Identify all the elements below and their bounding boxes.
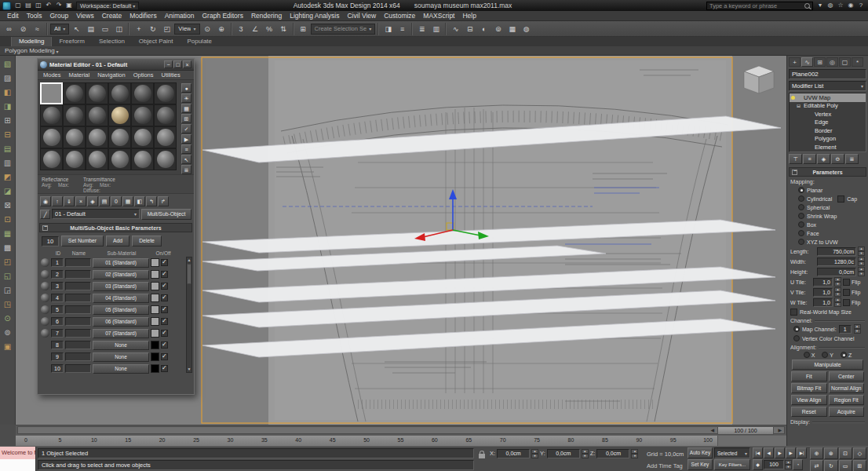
bind-to-space-warp-icon[interactable]: ≈ (31, 22, 44, 35)
cap-checkbox[interactable] (837, 195, 844, 203)
menu-item[interactable]: Help (458, 11, 480, 21)
sub-material-enable-checkbox[interactable] (161, 341, 168, 349)
polygon-modeling-panel[interactable]: Polygon Modeling (5, 47, 55, 54)
set-key-button[interactable]: Set Key (687, 459, 713, 470)
select-and-manipulate-icon[interactable]: ⊕ (215, 22, 228, 35)
next-frame-arrow-icon[interactable]: ▶ (778, 428, 782, 433)
select-and-scale-icon[interactable]: ◰ (160, 22, 173, 35)
search-box[interactable] (706, 2, 813, 10)
material-sample-slot[interactable] (154, 104, 177, 126)
graphite-ribbon-toggle-icon[interactable]: ▥ (429, 22, 443, 35)
new-scene-icon[interactable]: ▢ (13, 1, 23, 10)
backlight-icon[interactable]: ☀ (181, 93, 191, 103)
delete-button[interactable]: Delete (132, 236, 162, 246)
sub-material-name-field[interactable] (65, 364, 91, 373)
sub-material-button[interactable]: None (93, 364, 149, 374)
pin-stack-icon[interactable]: ⊤ (789, 154, 802, 164)
left-rail-icon[interactable]: ◧ (2, 86, 13, 98)
left-rail-icon[interactable]: ⊙ (2, 312, 13, 324)
left-rail-icon[interactable]: ▨ (2, 72, 13, 84)
axis-radio-option[interactable]: Z (841, 352, 852, 358)
menu-item[interactable]: Animation (161, 11, 199, 21)
sub-material-enable-checkbox[interactable] (161, 271, 168, 278)
sub-material-preview[interactable] (41, 329, 49, 338)
time-slider-track[interactable] (17, 426, 785, 434)
spinner-snap-icon[interactable]: ⇅ (277, 22, 290, 35)
menu-item[interactable]: Modifiers (126, 11, 160, 21)
flip-checkbox[interactable] (843, 299, 850, 306)
menu-item[interactable]: Rendering (247, 11, 286, 21)
save-file-icon[interactable]: ◫ (34, 1, 43, 10)
radio-icon[interactable] (798, 187, 804, 193)
select-and-link-icon[interactable]: ∞ (2, 22, 16, 35)
zoom-region-icon[interactable]: ▭ (839, 460, 852, 471)
show-map-in-viewport-icon[interactable]: ▦ (122, 196, 133, 206)
sub-material-enable-checkbox[interactable] (161, 259, 168, 266)
window-crossing-icon[interactable]: ◫ (112, 22, 126, 35)
sub-material-button[interactable]: 04 (Standard) (93, 294, 149, 303)
modifier-stack-item[interactable]: Polygon (790, 135, 866, 144)
sub-material-enable-checkbox[interactable] (161, 365, 168, 372)
maximize-icon[interactable]: □ (173, 60, 182, 68)
workspace-dropdown[interactable]: Workspace: Default (76, 2, 139, 10)
background-icon[interactable]: ▦ (181, 104, 191, 113)
time-slider[interactable]: ◀ 100 / 100 ▶ (16, 425, 786, 435)
sub-material-name-field[interactable] (65, 317, 91, 326)
maximize-viewport-toggle-icon[interactable]: ⊞ (853, 460, 866, 471)
left-rail-icon[interactable]: ⊞ (2, 115, 13, 126)
go-to-end-icon[interactable]: ▶| (797, 447, 807, 458)
alignment-button[interactable]: Reset (791, 407, 827, 417)
sub-material-name-field[interactable] (65, 258, 91, 267)
close-icon[interactable]: × (183, 60, 191, 68)
material-sample-slot[interactable] (86, 104, 108, 126)
mapping-option[interactable]: Box (798, 221, 865, 228)
display-tab-icon[interactable]: ▢ (839, 57, 851, 67)
scrollbar-thumb[interactable] (187, 264, 191, 284)
left-rail-icon[interactable]: ◳ (2, 298, 13, 310)
toolbar-button[interactable] (231, 23, 232, 35)
sub-material-enable-checkbox[interactable] (161, 330, 168, 337)
snaps-toggle-icon[interactable]: 3 (235, 22, 248, 35)
menu-item[interactable]: Group (46, 11, 73, 21)
sub-material-color-swatch[interactable] (151, 305, 159, 314)
open-file-icon[interactable]: ▤ (24, 1, 33, 10)
sub-material-color-swatch[interactable] (151, 294, 159, 302)
options-icon[interactable]: ≡ (181, 144, 191, 154)
sub-material-name-field[interactable] (65, 341, 91, 349)
material-editor-menu-item[interactable]: Options (129, 71, 158, 78)
menu-item[interactable]: Edit (3, 11, 23, 21)
material-id-channel-icon[interactable]: 0 (111, 196, 122, 206)
left-rail-icon[interactable]: ▦ (2, 228, 13, 239)
material-sample-slot[interactable] (86, 126, 108, 148)
ribbon-tab[interactable]: Modeling (11, 36, 52, 46)
alignment-button[interactable]: Fit (791, 371, 827, 382)
align-icon[interactable]: ≡ (396, 22, 409, 35)
ribbon-tab[interactable]: Populate (180, 37, 219, 46)
make-unique-icon[interactable]: ◈ (817, 154, 830, 164)
left-rail-icon[interactable]: ▣ (2, 341, 13, 352)
hierarchy-tab-icon[interactable]: ⊞ (814, 57, 826, 67)
alignment-button[interactable]: Bitmap Fit (791, 383, 827, 393)
orbit-icon[interactable]: ↻ (824, 460, 837, 471)
unlink-selection-icon[interactable]: ⊘ (16, 22, 30, 35)
left-rail-icon[interactable]: ▧ (2, 58, 13, 70)
toolbar-button[interactable] (128, 23, 129, 35)
use-pivot-point-icon[interactable]: ⊙ (201, 22, 214, 35)
listener-pink-line[interactable]: Welcome to M (0, 447, 35, 459)
mapping-option[interactable]: Cylindrical Cap (798, 195, 865, 203)
material-sample-slot[interactable] (154, 82, 177, 104)
ribbon-tab[interactable]: Object Paint (132, 37, 181, 46)
material-sample-slot[interactable] (63, 126, 86, 148)
selection-filter-dropdown[interactable]: All (50, 24, 69, 35)
mapping-option[interactable]: Planar (798, 186, 865, 194)
sub-material-name-field[interactable] (65, 305, 91, 314)
radio-icon[interactable] (822, 352, 828, 358)
schematic-view-icon[interactable]: ⊟ (463, 22, 476, 35)
sub-material-color-swatch[interactable] (151, 329, 159, 338)
dimension-field[interactable]: 0,0cm (817, 268, 856, 276)
render-production-icon[interactable]: ◍ (520, 22, 533, 35)
material-sample-slot[interactable] (131, 126, 154, 148)
app-logo-icon[interactable] (2, 2, 11, 10)
next-frame-icon[interactable]: ▶ (786, 447, 796, 458)
menu-item[interactable]: Tools (23, 11, 46, 21)
